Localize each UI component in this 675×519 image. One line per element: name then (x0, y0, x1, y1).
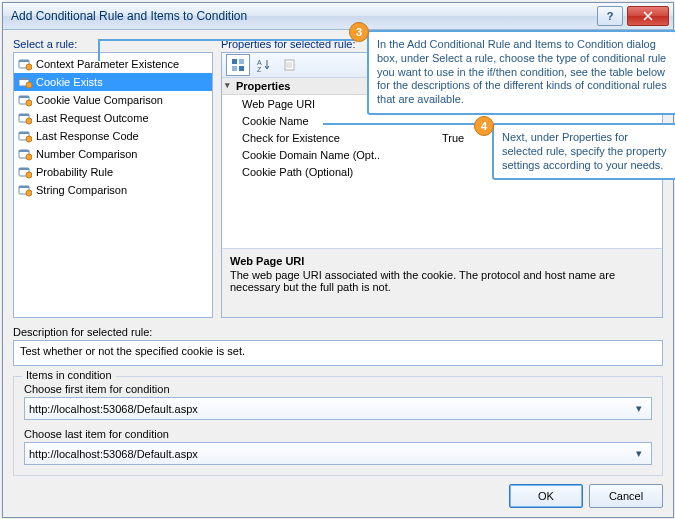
rule-icon (18, 183, 32, 197)
rule-list-item-label: Last Request Outcome (36, 112, 149, 124)
svg-point-14 (26, 136, 32, 142)
rule-list-item[interactable]: String Comparison (14, 181, 212, 199)
items-in-condition-group: Items in condition Choose first item for… (13, 376, 663, 476)
close-button[interactable] (627, 6, 669, 26)
button-row: OK Cancel (13, 484, 663, 516)
rule-list-item[interactable]: Last Response Code (14, 127, 212, 145)
rule-list-item-label: Last Response Code (36, 130, 139, 142)
rule-list-item[interactable]: Probability Rule (14, 163, 212, 181)
callout-3-line-v (98, 39, 100, 61)
property-pages-button[interactable] (278, 54, 302, 76)
property-name: Cookie Path (Optional) (222, 166, 442, 178)
svg-text:Z: Z (257, 66, 262, 72)
rule-list-item[interactable]: Context Parameter Existence (14, 55, 212, 73)
svg-point-17 (26, 154, 32, 160)
property-name: Cookie Domain Name (Opt.. (222, 149, 442, 161)
description-text: Test whether or not the specified cookie… (13, 340, 663, 366)
svg-rect-10 (19, 114, 29, 116)
svg-rect-16 (19, 150, 29, 152)
help-button[interactable]: ? (597, 6, 623, 26)
callout-3: In the Add Conditional Rule and Items to… (367, 30, 675, 115)
property-help-text: The web page URI associated with the coo… (230, 269, 654, 293)
rule-icon (18, 57, 32, 71)
last-item-label: Choose last item for condition (24, 428, 652, 440)
svg-rect-22 (19, 186, 29, 188)
rule-list-item-label: Cookie Value Comparison (36, 94, 163, 106)
callout-3-number: 3 (349, 22, 369, 42)
rule-icon (18, 111, 32, 125)
svg-rect-1 (19, 60, 29, 62)
svg-point-2 (26, 64, 32, 70)
svg-point-8 (26, 100, 32, 106)
description-section: Description for selected rule: Test whet… (13, 326, 663, 366)
property-name: Check for Existence (222, 132, 442, 144)
rule-list-item[interactable]: Last Request Outcome (14, 109, 212, 127)
callout-3-line-h (98, 39, 358, 41)
close-icon (643, 11, 653, 21)
page-icon (283, 58, 297, 72)
rule-list-item[interactable]: Number Comparison (14, 145, 212, 163)
rule-icon (18, 75, 32, 89)
rule-list-item-label: Cookie Exists (36, 76, 103, 88)
svg-rect-25 (239, 59, 244, 64)
svg-rect-27 (239, 66, 244, 71)
rule-list-item[interactable]: Cookie Exists (14, 73, 212, 91)
callout-4-number: 4 (474, 116, 494, 136)
svg-rect-19 (19, 168, 29, 170)
callout-4: Next, under Properties for selected rule… (492, 123, 675, 180)
cancel-button[interactable]: Cancel (589, 484, 663, 508)
rule-list-item-label: Probability Rule (36, 166, 113, 178)
property-help-panel: Web Page URI The web page URI associated… (222, 248, 662, 317)
last-item-value: http://localhost:53068/Default.aspx (29, 448, 631, 460)
categorized-icon (231, 58, 245, 72)
svg-rect-7 (19, 96, 29, 98)
rule-list-item[interactable]: Cookie Value Comparison (14, 91, 212, 109)
svg-point-20 (26, 172, 32, 178)
rule-icon (18, 147, 32, 161)
last-item-combo[interactable]: http://localhost:53068/Default.aspx ▾ (24, 442, 652, 465)
alphabetical-button[interactable]: AZ (252, 54, 276, 76)
rule-icon (18, 129, 32, 143)
rule-icon (18, 93, 32, 107)
first-item-label: Choose first item for condition (24, 383, 652, 395)
titlebar: Add Conditional Rule and Items to Condit… (3, 3, 673, 30)
first-item-combo[interactable]: http://localhost:53068/Default.aspx ▾ (24, 397, 652, 420)
svg-point-5 (26, 82, 32, 88)
property-help-title: Web Page URI (230, 255, 654, 267)
callout-4-text: Next, under Properties for selected rule… (502, 131, 666, 171)
svg-rect-13 (19, 132, 29, 134)
rule-list-item-label: Number Comparison (36, 148, 137, 160)
svg-point-23 (26, 190, 32, 196)
rule-icon (18, 165, 32, 179)
rule-list-column: Select a rule: Context Parameter Existen… (13, 38, 213, 318)
chevron-down-icon: ▾ (631, 402, 647, 415)
svg-point-11 (26, 118, 32, 124)
chevron-down-icon: ▾ (631, 447, 647, 460)
description-label: Description for selected rule: (13, 326, 663, 338)
callout-3-text: In the Add Conditional Rule and Items to… (377, 38, 667, 105)
first-item-value: http://localhost:53068/Default.aspx (29, 403, 631, 415)
rule-list-item-label: Context Parameter Existence (36, 58, 179, 70)
svg-text:A: A (257, 59, 262, 66)
rule-list-item-label: String Comparison (36, 184, 127, 196)
categorized-button[interactable] (226, 54, 250, 76)
svg-rect-26 (232, 66, 237, 71)
ok-button[interactable]: OK (509, 484, 583, 508)
items-legend: Items in condition (22, 369, 116, 381)
svg-rect-24 (232, 59, 237, 64)
window-title: Add Conditional Rule and Items to Condit… (11, 9, 597, 23)
rule-listbox[interactable]: Context Parameter ExistenceCookie Exists… (13, 52, 213, 318)
svg-rect-4 (19, 78, 29, 80)
sort-az-icon: AZ (257, 58, 271, 72)
callout-4-line-h (323, 123, 483, 125)
